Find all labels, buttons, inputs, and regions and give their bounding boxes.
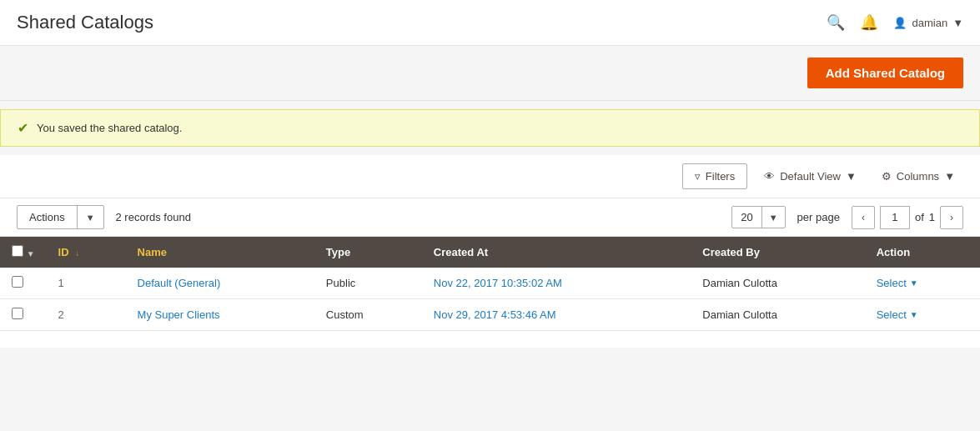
view-arrow-icon: ▼: [846, 170, 857, 183]
row-name-link[interactable]: Default (General): [138, 277, 221, 289]
content-wrapper: ▿ Filters 👁 Default View ▼ ⚙ Columns ▼ A…: [0, 155, 980, 348]
username-label: damian: [912, 17, 947, 29]
add-shared-catalog-button[interactable]: Add Shared Catalog: [807, 58, 963, 88]
search-icon[interactable]: 🔍: [827, 13, 845, 32]
user-dropdown-arrow: ▼: [952, 17, 963, 29]
user-icon: 👤: [893, 17, 907, 29]
page-header: Shared Catalogs 🔍 🔔 👤 damian ▼: [0, 0, 980, 46]
actions-left: Actions ▼ 2 records found: [17, 205, 191, 229]
per-page-label: per page: [791, 211, 847, 223]
select-action-arrow[interactable]: ▼: [910, 310, 918, 319]
table-row: 1 Default (General) Public Nov 22, 2017 …: [0, 268, 980, 299]
row-created-by: Damian Culotta: [691, 268, 864, 299]
page-of-label: of: [915, 211, 924, 223]
prev-page-button[interactable]: ‹: [852, 206, 875, 229]
row-action-cell: Select ▼: [865, 268, 980, 299]
select-action-arrow[interactable]: ▼: [910, 278, 918, 288]
select-all-arrow[interactable]: ▼: [27, 249, 35, 258]
page-total-label: 1: [929, 211, 935, 223]
row-checkbox-cell: [0, 299, 47, 331]
actions-dropdown-arrow[interactable]: ▼: [78, 208, 103, 228]
grid-toolbar: ▿ Filters 👁 Default View ▼ ⚙ Columns ▼: [0, 155, 980, 198]
row-name: Default (General): [126, 268, 314, 299]
row-name-link[interactable]: My Super Clients: [138, 308, 220, 321]
id-column-header[interactable]: ID ↓: [47, 237, 126, 268]
row-created-by: Damian Culotta: [691, 299, 864, 331]
filters-button[interactable]: ▿ Filters: [682, 163, 747, 189]
page-number-input[interactable]: [880, 206, 910, 229]
shared-catalogs-table: ▼ ID ↓ Name Type Created At Created By: [0, 237, 980, 331]
id-sort-icon: ↓: [75, 248, 79, 258]
per-page-arrow[interactable]: ▼: [762, 208, 785, 227]
created-by-column-header[interactable]: Created By: [691, 237, 864, 268]
select-action-link[interactable]: Select: [877, 277, 907, 289]
view-label: Default View: [780, 170, 841, 183]
row-checkbox-0[interactable]: [12, 276, 23, 288]
per-page-value: 20: [732, 207, 761, 228]
row-created-at: Nov 29, 2017 4:53:46 AM: [422, 299, 691, 331]
row-id: 1: [47, 268, 126, 299]
columns-button[interactable]: ⚙ Columns ▼: [873, 164, 963, 188]
actions-dropdown[interactable]: Actions ▼: [17, 205, 104, 229]
row-checkbox-1[interactable]: [12, 308, 23, 319]
next-page-button[interactable]: ›: [940, 206, 963, 229]
success-message-bar: ✔ You saved the shared catalog.: [0, 109, 980, 147]
table-row: 2 My Super Clients Custom Nov 29, 2017 4…: [0, 299, 980, 331]
toolbar-area: Add Shared Catalog: [0, 46, 980, 101]
gear-icon: ⚙: [882, 170, 892, 183]
row-type: Public: [314, 268, 422, 299]
created-at-column-header[interactable]: Created At: [422, 237, 691, 268]
page-title: Shared Catalogs: [17, 12, 153, 33]
table-body: 1 Default (General) Public Nov 22, 2017 …: [0, 268, 980, 331]
header-right: 🔍 🔔 👤 damian ▼: [827, 13, 963, 32]
success-message-text: You saved the shared catalog.: [37, 122, 182, 134]
user-menu[interactable]: 👤 damian ▼: [893, 17, 963, 29]
filters-label: Filters: [706, 170, 735, 183]
row-action-cell: Select ▼: [865, 299, 980, 331]
row-checkbox-cell: [0, 268, 47, 299]
row-id: 2: [47, 299, 126, 331]
name-column-header[interactable]: Name: [126, 237, 314, 268]
pagination-controls: 20 ▼ per page ‹ of 1 ›: [731, 206, 963, 229]
row-created-at: Nov 22, 2017 10:35:02 AM: [422, 268, 691, 299]
columns-arrow-icon: ▼: [944, 170, 955, 183]
records-found-label: 2 records found: [116, 211, 191, 223]
action-column-header: Action: [865, 237, 980, 268]
bell-icon[interactable]: 🔔: [860, 13, 878, 32]
success-check-icon: ✔: [18, 120, 28, 136]
select-action-link[interactable]: Select: [877, 308, 907, 321]
view-button[interactable]: 👁 Default View ▼: [756, 164, 865, 188]
eye-icon: 👁: [764, 170, 775, 183]
row-name: My Super Clients: [126, 299, 314, 331]
table-header: ▼ ID ↓ Name Type Created At Created By: [0, 237, 980, 268]
actions-bar: Actions ▼ 2 records found 20 ▼ per page …: [0, 198, 980, 237]
columns-label: Columns: [897, 170, 939, 183]
per-page-select[interactable]: 20 ▼: [731, 206, 785, 228]
row-type: Custom: [314, 299, 422, 331]
select-all-column: ▼: [0, 237, 47, 268]
select-all-checkbox[interactable]: [12, 245, 23, 257]
actions-label: Actions: [18, 206, 78, 228]
filter-icon: ▿: [695, 170, 701, 183]
type-column-header[interactable]: Type: [314, 237, 422, 268]
